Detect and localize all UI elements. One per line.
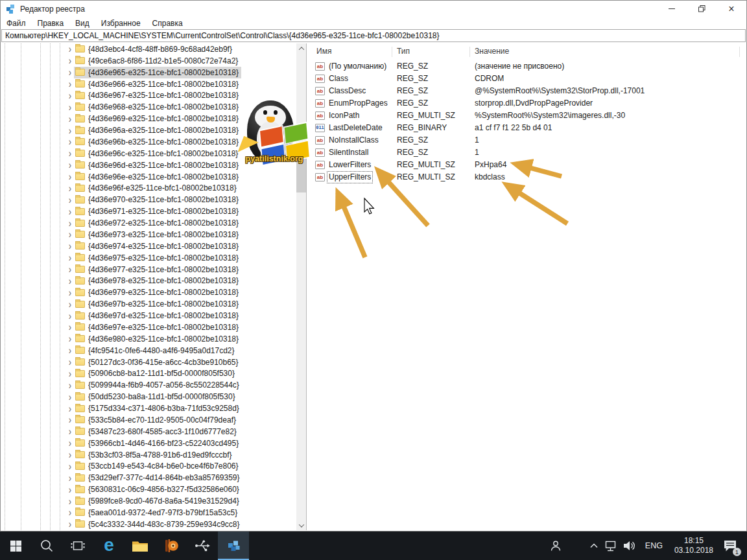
expand-chevron-icon[interactable]: › (66, 102, 74, 112)
values-column-header[interactable]: Имя Тип Значение (307, 45, 746, 59)
expand-chevron-icon[interactable]: › (66, 356, 74, 367)
expand-chevron-icon[interactable]: › (66, 508, 74, 518)
tree-item[interactable]: › {53ccb149-e543-4c84-b6e0-bce4f6b7e806} (1, 461, 296, 472)
expand-chevron-icon[interactable]: › (66, 322, 74, 332)
tree-item[interactable]: › {4d36e971-e325-11ce-bfc1-08002be10318} (1, 205, 296, 217)
expand-chevron-icon[interactable]: › (66, 264, 74, 274)
expand-chevron-icon[interactable]: › (66, 241, 74, 251)
pane-splitter[interactable] (306, 43, 307, 530)
tree-item[interactable]: › {4d36e967-e325-11ce-bfc1-08002be10318} (1, 90, 296, 102)
tree-item[interactable]: › {5aea001d-9372-4ed7-97f3-b79bf15a53c5} (1, 507, 296, 519)
column-header-value[interactable]: Значение (475, 47, 509, 56)
scrollbar-thumb[interactable] (296, 137, 306, 192)
expand-chevron-icon[interactable]: › (66, 461, 74, 471)
menu-edit[interactable]: Правка (32, 19, 70, 28)
tree-item[interactable]: › {5989fce8-9cd0-467d-8a6a-5419e31529d4} (1, 495, 296, 507)
registry-value-row[interactable]: ab Class REG_SZ CDROM (307, 73, 746, 85)
expand-chevron-icon[interactable]: › (66, 275, 74, 286)
tree-scrollbar[interactable] (296, 43, 306, 530)
expand-chevron-icon[interactable]: › (66, 287, 74, 298)
minimize-button[interactable] (657, 1, 687, 17)
expand-chevron-icon[interactable]: › (66, 415, 74, 425)
people-button[interactable] (543, 539, 569, 553)
column-header-type[interactable]: Тип (397, 47, 410, 56)
network-button[interactable] (602, 540, 621, 552)
expand-chevron-icon[interactable]: › (66, 160, 74, 170)
expand-chevron-icon[interactable]: › (66, 229, 74, 240)
registry-value-row[interactable]: ab ClassDesc REG_SZ @%SystemRoot%\System… (307, 85, 746, 97)
expand-chevron-icon[interactable]: › (66, 403, 74, 414)
registry-value-row[interactable]: ab NoInstallClass REG_SZ 1 (307, 134, 746, 146)
registry-value-row[interactable]: 011 LastDeleteDate REG_BINARY a1 cf f7 f… (307, 122, 746, 134)
tree-item[interactable]: › {50dd5230-ba8a-11d1-bf5d-0000f805f530} (1, 391, 296, 402)
tree-item[interactable]: › {4d36e977-e325-11ce-bfc1-08002be10318} (1, 264, 296, 275)
registry-values-pane[interactable]: Имя Тип Значение ab (По умолчанию) REG_S… (307, 43, 746, 530)
menu-view[interactable]: Вид (69, 19, 95, 28)
tree-item[interactable]: › {4fc9541c-0fe6-4480-a4f6-9495a0d17cd2} (1, 345, 296, 356)
tree-item[interactable]: › {49ce6ac8-6f86-11d2-b1e5-0080c72e74a2} (1, 55, 296, 67)
expand-chevron-icon[interactable]: › (66, 334, 74, 344)
expand-chevron-icon[interactable]: › (66, 113, 74, 124)
tree-item[interactable]: › {53b3cf03-8f5a-4788-91b6-d19ed9fcccbf} (1, 449, 296, 461)
expand-chevron-icon[interactable]: › (66, 426, 74, 437)
tray-expand-button[interactable] (586, 542, 602, 549)
registry-value-row[interactable]: ab (По умолчанию) REG_SZ (значение не пр… (307, 60, 746, 73)
taskbar-clock[interactable]: 18:15 03.10.2018 (669, 536, 718, 555)
expand-chevron-icon[interactable]: › (66, 472, 74, 483)
tree-item[interactable]: › {4d36e96d-e325-11ce-bfc1-08002be10318} (1, 159, 296, 171)
expand-chevron-icon[interactable]: › (66, 253, 74, 263)
address-bar[interactable]: Компьютер\HKEY_LOCAL_MACHINE\SYSTEM\Curr… (1, 29, 746, 42)
registry-value-row[interactable]: ab UpperFilters REG_MULTI_SZ kbdclass (307, 171, 746, 183)
tree-item[interactable]: › {4d36e973-e325-11ce-bfc1-08002be10318} (1, 229, 296, 240)
expand-chevron-icon[interactable]: › (66, 137, 74, 147)
regedit-taskbar-button[interactable] (218, 531, 249, 560)
expand-chevron-icon[interactable]: › (66, 299, 74, 309)
scroll-up-button[interactable] (296, 43, 306, 53)
menu-help[interactable]: Справка (147, 19, 189, 28)
registry-value-row[interactable]: ab IconPath REG_MULTI_SZ %SystemRoot%\Sy… (307, 110, 746, 122)
expand-chevron-icon[interactable]: › (66, 484, 74, 495)
tree-item[interactable]: › {53966cb1-4d46-4166-bf23-c522403cd495} (1, 438, 296, 449)
close-button[interactable]: × (717, 1, 746, 17)
tree-item[interactable]: › {48d3ebc4-4cf8-48ff-b869-9c68ad42eb9f} (1, 43, 296, 55)
registry-tree-pane[interactable]: › {48d3ebc4-4cf8-48ff-b869-9c68ad42eb9f}… (1, 43, 306, 530)
column-header-name[interactable]: Имя (316, 47, 331, 56)
tree-item[interactable]: › {4d36e96b-e325-11ce-bfc1-08002be10318} (1, 136, 296, 148)
tree-item[interactable]: › {4d36e974-e325-11ce-bfc1-08002be10318} (1, 240, 296, 252)
tree-item[interactable]: › {50906cb8-ba12-11d1-bf5d-0000f805f530} (1, 368, 296, 380)
expand-chevron-icon[interactable]: › (66, 67, 74, 78)
volume-button[interactable] (621, 540, 639, 552)
expand-chevron-icon[interactable]: › (66, 44, 74, 54)
tree-item[interactable]: › {5630831c-06c9-4856-b327-f5d32586e060} (1, 484, 296, 495)
tree-item[interactable]: › {53d29ef7-377c-4d14-864b-eb3a85769359} (1, 472, 296, 484)
tree-item[interactable]: › {53487c23-680f-4585-acc3-1f10d6777e82} (1, 426, 296, 438)
tree-item[interactable]: › {4d36e970-e325-11ce-bfc1-08002be10318} (1, 194, 296, 205)
file-explorer-button[interactable] (124, 531, 156, 560)
expand-chevron-icon[interactable]: › (66, 171, 74, 181)
expand-chevron-icon[interactable]: › (66, 218, 74, 228)
column-divider[interactable] (739, 47, 740, 57)
expand-chevron-icon[interactable]: › (66, 183, 74, 193)
tree-item[interactable]: › {4d36e968-e325-11ce-bfc1-08002be10318} (1, 101, 296, 113)
tree-item[interactable]: › {4d36e96f-e325-11ce-bfc1-08002be10318} (1, 183, 296, 194)
tree-item[interactable]: › {5175d334-c371-4806-b3ba-71fd53c9258d} (1, 402, 296, 414)
device-manager-button[interactable] (187, 531, 218, 560)
menu-favorites[interactable]: Избранное (95, 19, 147, 28)
expand-chevron-icon[interactable]: › (66, 78, 74, 89)
menu-file[interactable]: Файл (1, 19, 32, 28)
column-divider[interactable] (392, 47, 392, 57)
tree-item[interactable]: › {4d36e96c-e325-11ce-bfc1-08002be10318} (1, 148, 296, 159)
expand-chevron-icon[interactable]: › (66, 438, 74, 449)
tree-item[interactable]: › {4d36e972-e325-11ce-bfc1-08002be10318} (1, 217, 296, 229)
tree-item[interactable]: › {4d36e966-e325-11ce-bfc1-08002be10318} (1, 78, 296, 90)
expand-chevron-icon[interactable]: › (66, 368, 74, 379)
registry-value-row[interactable]: ab SilentInstall REG_SZ 1 (307, 146, 746, 159)
tree-item[interactable]: › {533c5b84-ec70-11d2-9505-00c04f79deaf} (1, 414, 296, 426)
expand-chevron-icon[interactable]: › (66, 449, 74, 460)
tree-item[interactable]: › {4d36e97b-e325-11ce-bfc1-08002be10318} (1, 298, 296, 310)
expand-chevron-icon[interactable]: › (66, 125, 74, 135)
edge-button[interactable]: e (93, 531, 124, 560)
registry-value-row[interactable]: ab EnumPropPages REG_SZ storprop.dll,Dvd… (307, 97, 746, 110)
tree-item[interactable]: › {4d36e965-e325-11ce-bfc1-08002be10318} (1, 67, 296, 78)
expand-chevron-icon[interactable]: › (66, 194, 74, 205)
